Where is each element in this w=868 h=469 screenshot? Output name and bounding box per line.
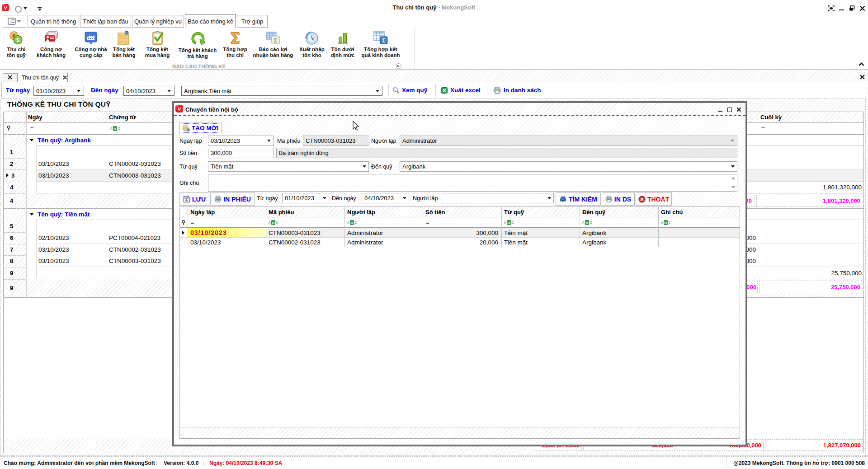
svg-text:C: C	[669, 221, 671, 224]
svg-text:B: B	[272, 221, 275, 225]
svg-text:A: A	[661, 221, 663, 224]
svg-text:B: B	[665, 221, 667, 225]
svg-text:A: A	[504, 221, 506, 224]
svg-text:ID: ID	[562, 200, 564, 202]
svg-text:B: B	[351, 221, 354, 225]
svg-text:A: A	[110, 127, 113, 130]
svg-text:B: B	[586, 221, 589, 225]
svg-text:C: C	[276, 221, 278, 224]
svg-text:$: $	[16, 37, 20, 43]
svg-text:A: A	[347, 221, 349, 224]
svg-text:A: A	[269, 221, 271, 224]
svg-text:B: B	[508, 221, 510, 225]
svg-text:Σ: Σ	[274, 37, 277, 44]
svg-text:B: B	[114, 127, 117, 131]
svg-text:A: A	[582, 221, 585, 224]
svg-text:Σ: Σ	[382, 37, 386, 44]
svg-text:C: C	[590, 221, 592, 224]
svg-text:C: C	[355, 221, 357, 224]
svg-text:C: C	[512, 221, 514, 224]
svg-text:C: C	[118, 127, 120, 130]
